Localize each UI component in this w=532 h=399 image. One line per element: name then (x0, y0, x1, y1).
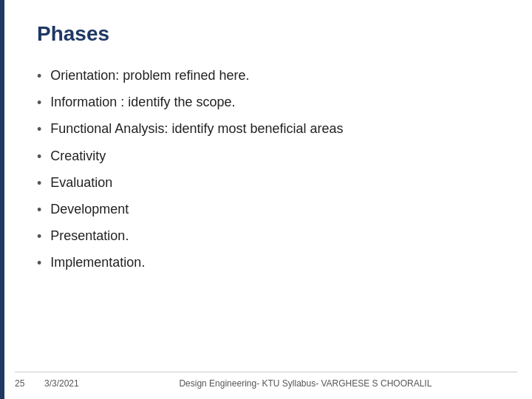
bullet-dot-icon: • (37, 94, 41, 112)
bullet-item: •Development (37, 200, 502, 219)
left-accent-bar (0, 0, 4, 399)
bullet-item: •Information : identify the scope. (37, 93, 502, 112)
bullet-item: •Orientation: problem refined here. (37, 66, 502, 86)
bullet-item: •Functional Analysis: identify most bene… (37, 120, 502, 139)
bullet-dot-icon: • (37, 120, 41, 139)
bullet-item: •Implementation. (37, 253, 502, 273)
bullet-text: Functional Analysis: identify most benef… (50, 120, 343, 138)
bullet-text: Development (50, 200, 129, 219)
slide-footer: 25 3/3/2021 Design Engineering- KTU Syll… (15, 372, 517, 389)
bullet-list: •Orientation: problem refined here.•Info… (37, 66, 502, 273)
bullet-dot-icon: • (37, 174, 41, 193)
bullet-dot-icon: • (37, 67, 41, 86)
bullet-item: •Evaluation (37, 174, 502, 193)
bullet-item: •Creativity (37, 147, 502, 166)
bullet-dot-icon: • (37, 201, 41, 219)
footer-page-number: 25 (15, 378, 30, 389)
footer-course-title: Design Engineering- KTU Syllabus- VARGHE… (94, 378, 517, 389)
footer-date: 3/3/2021 (44, 378, 79, 389)
bullet-text: Implementation. (50, 253, 145, 272)
bullet-dot-icon: • (37, 148, 41, 166)
bullet-text: Creativity (50, 147, 106, 166)
bullet-item: •Presentation. (37, 227, 502, 246)
bullet-dot-icon: • (37, 254, 41, 273)
bullet-text: Evaluation (50, 174, 112, 192)
bullet-text: Information : identify the scope. (50, 93, 235, 112)
slide-title: Phases (37, 22, 502, 46)
bullet-text: Presentation. (50, 227, 129, 245)
bullet-dot-icon: • (37, 228, 41, 246)
bullet-text: Orientation: problem refined here. (50, 66, 249, 85)
slide: Phases •Orientation: problem refined her… (0, 0, 532, 399)
